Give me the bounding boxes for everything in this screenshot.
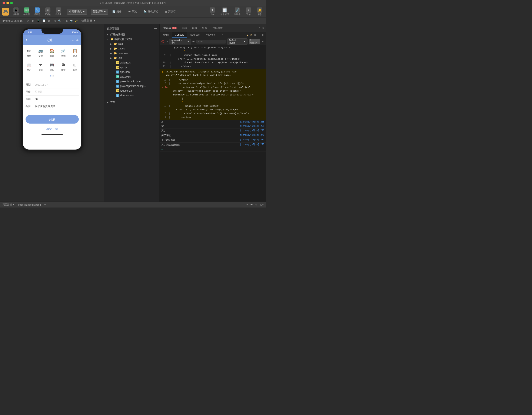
tab-debugger[interactable]: 调试器 14 [161, 25, 179, 31]
utils-folder-item[interactable]: ▶ 📂 utils [104, 56, 159, 60]
category-item-canyin[interactable]: 🍽 餐饮 [24, 46, 35, 59]
preview-button[interactable]: 👁 预览 [127, 9, 139, 14]
search-icon[interactable]: 🔍 [58, 20, 61, 22]
log-link-4[interactable]: jizhang.js?[sm]:271 [240, 138, 264, 141]
console-output[interactable]: {{item}}" style="width:{{cardwidth}}px">… [160, 45, 266, 202]
add-more-button[interactable]: 再记一笔 [26, 125, 79, 133]
subtab-sources[interactable]: Sources [187, 32, 203, 38]
simulator-button[interactable]: 📱 模拟器 [11, 7, 21, 17]
category-item-qita[interactable]: ⊞ 其他 [69, 60, 80, 73]
device-info[interactable]: iPhone X 85% 16 [2, 20, 23, 22]
message-button[interactable]: 🔔 消息 [255, 7, 264, 17]
tablet-icon[interactable]: 📄 [42, 20, 46, 22]
grid-icon[interactable]: ⊞ [66, 20, 68, 22]
editor-button[interactable]: ⌨ 编辑器 [22, 7, 31, 17]
subtab-console[interactable]: Console [172, 32, 187, 38]
eye-status-icon[interactable]: 👁 [250, 203, 253, 206]
projectprivate-item[interactable]: {} project.private.config... [104, 84, 159, 89]
category-item-gouwu[interactable]: 🛒 购物 [58, 46, 69, 59]
gear-settings-icon[interactable]: ⚙ [262, 40, 264, 43]
outline-item[interactable]: ▶ 大纲 [104, 100, 159, 104]
category-item-lvyou[interactable]: 🏔 旅游 [58, 60, 69, 73]
settings-icon[interactable]: ⊕ [76, 38, 79, 42]
version-button[interactable]: 📊 版本管理 [219, 7, 231, 17]
actions-js-item[interactable]: JS actions.js [104, 60, 159, 65]
log-link-3[interactable]: jizhang.js?[sm]:271 [240, 134, 264, 136]
camera-icon[interactable]: 📷 [70, 20, 73, 22]
reducers-item[interactable]: JS reducers.js [104, 89, 159, 93]
category-item-jujia[interactable]: 🏠 居家 [47, 46, 58, 59]
copy-icon[interactable]: ⧉ [55, 20, 57, 22]
log-link-1[interactable]: jizhang.js?[sm]:265 [240, 125, 264, 127]
upload-button[interactable]: ⬆ 上传 [208, 7, 217, 17]
window-controls[interactable] [2, 2, 13, 4]
debugger-button[interactable]: 🔧 调试器 [32, 7, 42, 17]
real-debug-button[interactable]: 📡 真机调试 [142, 9, 160, 14]
console-prompt-input[interactable] [164, 148, 264, 151]
hot-reload-label[interactable]: 热重载 开 ▼ [82, 19, 96, 23]
console-prompt[interactable]: > [160, 147, 266, 151]
settings-devtools-icon[interactable]: ⚙ [254, 33, 256, 36]
appwxss-item[interactable]: WX app.wxss [104, 74, 159, 79]
settings-status-icon[interactable]: ⚙ [246, 203, 248, 206]
tab-terminal[interactable]: 终端 [200, 25, 209, 31]
complete-button[interactable]: 完成 [26, 115, 79, 124]
branch-icon[interactable]: ⑂ [63, 20, 65, 22]
collapse-icon[interactable]: ∧ [258, 27, 260, 30]
refresh-icon[interactable]: ↺ [27, 20, 29, 22]
subtab-network[interactable]: Network [203, 32, 218, 38]
more-devtools-icon[interactable]: ⋮ [258, 33, 260, 36]
subtab-more[interactable]: » [219, 32, 226, 38]
sitemap-item[interactable]: {} sitemap.json [104, 93, 159, 98]
filter-input[interactable] [196, 40, 226, 43]
project-root-item[interactable]: ▼ 📁 微信记账小程序 [104, 37, 159, 41]
compile-button[interactable]: 🔄 编译 [111, 9, 123, 14]
filetree-more-icon[interactable]: ••• [154, 27, 157, 30]
category-item-jiaotong[interactable]: 🚌 交通 [35, 46, 46, 59]
open-editors-item[interactable]: ▶ 打开的编辑器 [104, 32, 159, 37]
log-level-select[interactable]: Default levels ▼ [227, 38, 247, 45]
log-link-2[interactable]: jizhang.js?[sm]:271 [240, 129, 264, 131]
test-button[interactable]: 🔗 测试号 [232, 7, 242, 17]
cloud-button[interactable]: ☁ 云开发 [54, 7, 63, 17]
visual-button[interactable]: 👁 可视化 [43, 7, 53, 17]
subtab-wxml[interactable]: Wxml [160, 32, 172, 38]
console-block-icon[interactable]: 🚫 [161, 40, 164, 43]
projectconfig-item[interactable]: {} project.config.json [104, 79, 159, 84]
more-icon[interactable]: ••• [70, 38, 75, 42]
category-item-yule[interactable]: 🎮 娱乐 [47, 60, 58, 73]
back-button[interactable]: < [26, 38, 28, 42]
stop-icon[interactable]: ⏺ [31, 20, 34, 22]
path-label[interactable]: 页面路径 ▼ [2, 203, 15, 206]
log-link-0[interactable]: jizhang.js?[sm]:265 [240, 121, 264, 123]
log-link-5[interactable]: jizhang.js?[sm]:271 [240, 143, 264, 146]
close-devtools-icon[interactable]: ✕ [262, 27, 264, 30]
resource-folder-item[interactable]: ▶ 📂 resource [104, 51, 159, 56]
eye-icon[interactable]: 👁 [192, 40, 195, 43]
dock-devtools-icon[interactable]: ⊡ [262, 33, 264, 36]
console-filter-icon[interactable]: ⊙ [166, 40, 168, 43]
category-item-jiankang[interactable]: ❤ 健康 [35, 60, 46, 73]
minimize-button[interactable] [6, 2, 9, 4]
wand-icon[interactable]: ✨ [75, 20, 78, 22]
avatar-button[interactable]: 🎮 [2, 8, 9, 16]
category-item-xuexi[interactable]: 📖 学习 [24, 60, 35, 73]
appjson-item[interactable]: {} app.json [104, 70, 159, 74]
tab-code-quality[interactable]: 代码质量 [210, 25, 225, 31]
rotate-icon[interactable]: ⇄ [48, 20, 50, 22]
copy-path-icon[interactable]: ⧉ [44, 203, 46, 206]
category-item-tongxun[interactable]: 📋 通讯 [69, 46, 80, 59]
clear-cache-button[interactable]: 🗑 清缓存 [163, 9, 178, 14]
mode-select[interactable]: 小程序模式 ▼ [67, 9, 87, 15]
close-button[interactable] [2, 2, 5, 4]
context-selector[interactable]: appservice (#4) ▼ [169, 39, 191, 45]
data-folder-item[interactable]: ▶ 📂 data [104, 41, 159, 46]
maximize-button[interactable] [10, 2, 13, 4]
tab-output[interactable]: 输出 [190, 25, 199, 31]
compile-select[interactable]: 普通编译 ▼ [91, 9, 108, 15]
tab-problems[interactable]: 问题 [180, 25, 189, 31]
phone-icon[interactable]: 📱 [37, 20, 40, 22]
detail-button[interactable]: ℹ 详情 [244, 7, 253, 17]
pages-folder-item[interactable]: ▶ 📂 pages [104, 46, 159, 51]
appjs-item[interactable]: JS app.js [104, 65, 159, 70]
